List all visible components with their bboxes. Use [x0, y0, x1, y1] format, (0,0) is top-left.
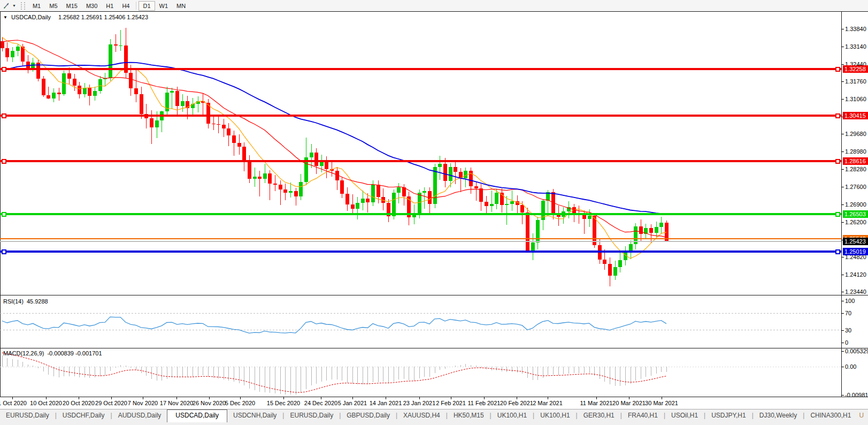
- resistance-badge-1: 1.32258: [843, 65, 868, 73]
- date-axis-label: 14 Jan 2021: [370, 400, 402, 406]
- timeframe-button-W1[interactable]: W1: [155, 1, 173, 11]
- mt4-window: ▼ M1M5M15M30H1H4 D1W1MN ▼ USDCAD,Daily 1…: [0, 0, 868, 425]
- tab-item-FRA40-H1[interactable]: FRA40,H1: [622, 409, 664, 422]
- macd-name: MACD(12,26,9): [3, 350, 44, 356]
- price-axis-tick-label: 1.28980: [845, 148, 866, 155]
- rsi-scale-label: 30: [845, 327, 851, 333]
- price-axis-tick-label: 1.26900: [845, 201, 866, 208]
- support-badge-green: 1.26503: [843, 210, 868, 218]
- date-axis-label: 23 Jan 2021: [403, 400, 436, 406]
- rsi-value: 45.9288: [27, 298, 48, 305]
- resistance-badge-3: 1.28616: [843, 157, 868, 165]
- date-axis-label: 30 Mar 2021: [645, 400, 678, 406]
- tab-item-XAUUSD-H4[interactable]: XAUUSD,H4: [397, 409, 446, 422]
- tab-scroll-left-icon[interactable]: ◄: [866, 409, 868, 420]
- date-axis-label: 7 Nov 2020: [128, 400, 158, 406]
- tab-item-USDCNH-Daily[interactable]: USDCNH,Daily: [227, 409, 282, 422]
- main-chart-canvas[interactable]: [0, 0, 868, 408]
- date-axis-label: 2 Mar 2021: [533, 400, 563, 406]
- price-axis-tick-label: 1.26200: [845, 219, 866, 225]
- tab-item-UK100-H1[interactable]: UK100,H1: [534, 409, 575, 422]
- candles-group: [1, 28, 669, 286]
- price-axis-tick-label: 1.27600: [845, 184, 866, 190]
- date-axis-label: 5 Dec 2020: [225, 400, 255, 406]
- price-axis-tick-label: 1.24120: [845, 271, 866, 278]
- macd-scale-label: -0.009818: [845, 392, 868, 398]
- tab-item-UK100-H1[interactable]: UK100,H1: [491, 409, 533, 422]
- cursor-dropdown-icon[interactable]: ▼: [12, 4, 16, 7]
- tab-item-CHINA300-H1[interactable]: CHINA300,H1: [804, 409, 857, 422]
- price-axis-tick-label: 1.31760: [845, 78, 866, 85]
- date-axis-label: 11 Mar 2021: [580, 400, 613, 406]
- rsi-scale-label: 0: [845, 339, 848, 346]
- date-axis-label: 24 Dec 2020: [304, 400, 337, 406]
- date-axis-label: 20 Feb 2021: [500, 400, 533, 406]
- date-axis-label: 20 Oct 2020: [63, 400, 95, 406]
- date-axis-label: 20 Mar 2021: [612, 400, 646, 406]
- chart-symbol-label: USDCAD,Daily: [11, 14, 51, 20]
- date-axis-label: 17 Nov 2020: [160, 400, 193, 406]
- tab-item-USDCAD-Daily[interactable]: USDCAD,Daily: [167, 409, 227, 422]
- toolbar-separator: [136, 2, 136, 10]
- tab-item-EURUSD-Daily[interactable]: EURUSD,Daily: [0, 409, 55, 422]
- tab-item-USDCHF-Daily[interactable]: USDCHF,Daily: [57, 409, 111, 422]
- price-axis-tick-label: 1.33140: [845, 43, 866, 50]
- tab-item-DJ30-Weekly[interactable]: DJ30,Weekly: [754, 409, 803, 422]
- tab-item-USOil-H1[interactable]: USOil,H1: [665, 409, 704, 422]
- rsi-line: [2, 317, 666, 333]
- price-axis-tick-label: 1.28280: [845, 166, 866, 172]
- timeframe-button-M5[interactable]: M5: [45, 1, 62, 11]
- macd-scale-label: 0.005329: [845, 348, 868, 354]
- tab-item-overflow[interactable]: U: [857, 409, 866, 421]
- tab-item-EURUSD-Daily[interactable]: EURUSD,Daily: [284, 409, 339, 422]
- collapse-icon[interactable]: ▼: [3, 15, 7, 20]
- macd-scale-label: 0.00: [845, 363, 856, 370]
- date-axis-label: 11 Feb 2021: [468, 400, 501, 406]
- current-price-badge: 1.25423: [843, 238, 868, 245]
- timeframe-button-M1[interactable]: M1: [28, 1, 45, 11]
- chart-cursor-icon[interactable]: [2, 2, 11, 10]
- price-axis-tick-label: 1.29680: [845, 131, 866, 137]
- timeframe-button-H4[interactable]: H4: [118, 1, 134, 11]
- date-axis-label: 5 Jan 2021: [338, 400, 367, 406]
- resistance-badge-2: 1.30415: [843, 112, 868, 119]
- date-axis-label: 2 Feb 2021: [436, 400, 466, 406]
- timeframe-button-MN[interactable]: MN: [172, 1, 190, 11]
- ma-line-fast: [2, 37, 666, 259]
- price-axis-tick-label: 1.23440: [845, 289, 866, 295]
- macd-values: -0.000839 -0.001701: [47, 350, 102, 356]
- date-axis-label: 29 Oct 2020: [95, 400, 127, 406]
- chart-ohlc-values: 1.25682 1.25691 1.25406 1.25423: [58, 14, 148, 20]
- date-axis-label: 10 Oct 2020: [30, 400, 62, 406]
- toolbar: ▼ M1M5M15M30H1H4 D1W1MN: [0, 0, 868, 11]
- rsi-scale-label: 70: [845, 310, 851, 316]
- timeframe-button-H1[interactable]: H1: [102, 1, 118, 11]
- price-axis-tick-label: 1.31060: [845, 96, 866, 102]
- date-axis-label: 1 Oct 2020: [0, 400, 27, 406]
- toolbar-grip[interactable]: [21, 2, 25, 10]
- macd-indicator-label: MACD(12,26,9)-0.000839 -0.001701: [3, 350, 102, 356]
- date-axis-label: 15 Dec 2020: [267, 400, 300, 406]
- rsi-indicator-label: RSI(14)45.9288: [3, 298, 48, 305]
- support-badge-blue: 1.25019: [843, 248, 868, 255]
- tab-item-GBPUSD-Daily[interactable]: GBPUSD,Daily: [341, 409, 396, 422]
- timeframe-button-M15[interactable]: M15: [62, 1, 82, 11]
- chart-title-bar: ▼ USDCAD,Daily 1.25682 1.25691 1.25406 1…: [3, 14, 148, 20]
- macd-signal-line: [2, 353, 666, 392]
- horizontal-lines-group[interactable]: [0, 67, 841, 254]
- price-axis-tick-label: 1.33840: [845, 26, 866, 32]
- macd-histogram: [3, 355, 667, 394]
- timeframe-button-D1[interactable]: D1: [139, 1, 155, 11]
- rsi-scale-label: 100: [845, 298, 855, 304]
- rsi-name: RSI(14): [3, 298, 24, 305]
- tab-item-GER30-H1[interactable]: GER30,H1: [578, 409, 620, 422]
- tab-bar: EURUSD,Daily|USDCHF,Daily|AUDUSD,DailyUS…: [0, 409, 868, 425]
- tab-item-AUDUSD-Daily[interactable]: AUDUSD,Daily: [112, 409, 167, 422]
- date-axis-label: 26 Nov 2020: [193, 400, 226, 406]
- tab-item-USDJPY-H1[interactable]: USDJPY,H1: [705, 409, 751, 422]
- tab-item-HK50-M15[interactable]: HK50,M15: [448, 409, 490, 422]
- timeframe-button-M30[interactable]: M30: [82, 1, 102, 11]
